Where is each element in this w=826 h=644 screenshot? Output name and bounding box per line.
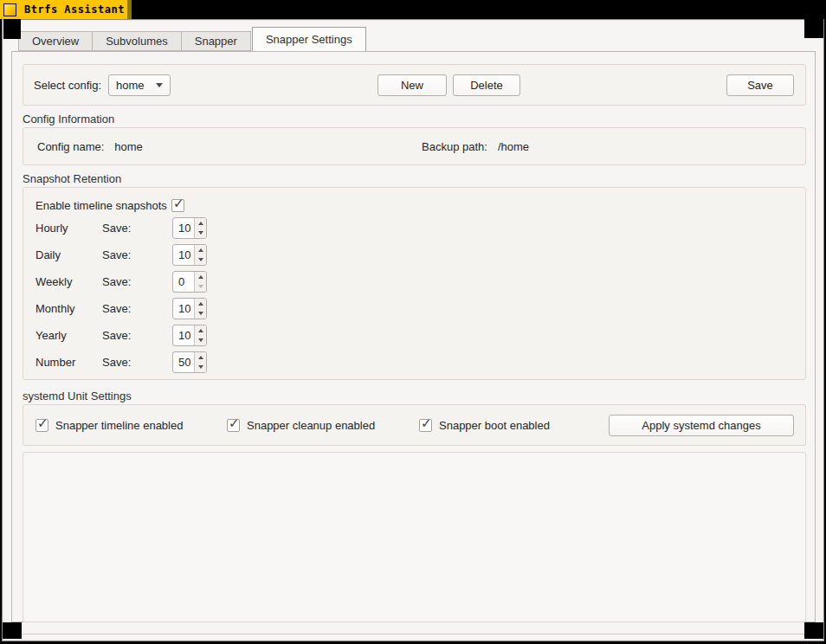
save-button[interactable]: Save xyxy=(726,74,794,96)
snapper-settings-panel: Select config: home New Delete Save Conf… xyxy=(11,51,816,622)
retention-row-daily: Daily Save: 10 xyxy=(23,244,805,266)
spin-up-icon[interactable] xyxy=(195,245,206,255)
tab-overview[interactable]: Overview xyxy=(18,31,93,51)
retention-row-weekly: Weekly Save: 0 xyxy=(23,271,805,293)
spin-down-icon[interactable] xyxy=(195,282,206,293)
hourly-save-spinbox[interactable]: 10 xyxy=(172,217,207,239)
snapshot-retention-title: Snapshot Retention xyxy=(23,172,121,186)
spin-up-icon[interactable] xyxy=(195,352,206,363)
yearly-save-spinbox[interactable]: 10 xyxy=(172,325,207,346)
daily-save-spinbox[interactable]: 10 xyxy=(172,244,207,266)
retention-row-number: Number Save: 50 xyxy=(23,351,805,373)
app-icon xyxy=(3,3,16,16)
spin-down-icon[interactable] xyxy=(195,309,206,319)
checkmark-icon: ✓ xyxy=(229,416,240,429)
spin-up-icon[interactable] xyxy=(195,272,206,282)
snapper-cleanup-label: Snapper cleanup enabled xyxy=(247,419,375,432)
spin-down-icon[interactable] xyxy=(195,255,206,266)
config-select[interactable]: home xyxy=(108,74,171,96)
window-decoration-top-left xyxy=(3,19,21,39)
apply-systemd-changes-button[interactable]: Apply systemd changes xyxy=(609,415,794,436)
systemd-settings-frame: ✓ Snapper timeline enabled ✓ Snapper cle… xyxy=(23,404,806,446)
app-window: Overview Subvolumes Snapper Snapper Sett… xyxy=(2,19,824,641)
config-name-value: home xyxy=(114,140,143,153)
backup-path-value: /home xyxy=(498,140,529,153)
config-name-label: Config name: xyxy=(37,140,104,153)
backup-path-label: Backup path: xyxy=(422,140,487,153)
retention-row-hourly: Hourly Save: 10 xyxy=(23,217,805,239)
spin-up-icon[interactable] xyxy=(195,299,206,309)
config-information-title: Config Information xyxy=(23,113,114,126)
monthly-save-spinbox[interactable]: 10 xyxy=(172,298,207,319)
snapper-boot-checkbox[interactable]: ✓ xyxy=(419,419,432,432)
enable-timeline-row: Enable timeline snapshots ✓ xyxy=(23,195,805,216)
spin-up-icon[interactable] xyxy=(195,218,206,229)
systemd-settings-title: systemd Unit Settings xyxy=(23,390,132,403)
config-information-frame: Config name: home Backup path: /home xyxy=(23,127,806,165)
window-decoration-bottom-left xyxy=(3,622,22,639)
snapper-cleanup-checkbox[interactable]: ✓ xyxy=(227,419,240,432)
snapper-timeline-label: Snapper timeline enabled xyxy=(55,419,183,432)
snapper-boot-enabled-group: ✓ Snapper boot enabled xyxy=(419,419,550,432)
checkmark-icon: ✓ xyxy=(421,416,432,429)
snapper-timeline-enabled-group: ✓ Snapper timeline enabled xyxy=(35,419,183,432)
checkmark-icon: ✓ xyxy=(37,416,48,429)
snapper-cleanup-enabled-group: ✓ Snapper cleanup enabled xyxy=(227,419,375,432)
config-selector-frame: Select config: home New Delete Save xyxy=(23,64,806,106)
enable-timeline-checkbox[interactable]: ✓ xyxy=(171,199,184,212)
tab-snapper[interactable]: Snapper xyxy=(182,31,251,51)
tab-snapper-settings[interactable]: Snapper Settings xyxy=(252,27,366,51)
select-config-label: Select config: xyxy=(34,79,101,92)
enable-timeline-label: Enable timeline snapshots xyxy=(35,199,167,212)
window-titlebar[interactable]: Btrfs Assistant xyxy=(0,0,132,19)
number-save-spinbox[interactable]: 50 xyxy=(172,351,207,373)
window-title: Btrfs Assistant xyxy=(24,3,125,16)
snapper-boot-label: Snapper boot enabled xyxy=(439,419,550,432)
config-select-value: home xyxy=(116,79,145,92)
spin-down-icon[interactable] xyxy=(195,229,206,239)
window-decoration-top-right xyxy=(804,19,823,38)
weekly-save-spinbox[interactable]: 0 xyxy=(172,271,207,293)
new-button[interactable]: New xyxy=(378,74,447,96)
spin-down-icon[interactable] xyxy=(195,336,206,346)
snapper-timeline-checkbox[interactable]: ✓ xyxy=(35,419,48,432)
output-frame xyxy=(23,452,806,622)
status-bar-divider xyxy=(3,634,823,634)
snapshot-retention-frame: Enable timeline snapshots ✓ Hourly Save:… xyxy=(23,187,806,380)
spin-up-icon[interactable] xyxy=(195,325,206,336)
chevron-down-icon xyxy=(156,83,163,87)
tab-bar: Overview Subvolumes Snapper Snapper Sett… xyxy=(18,27,366,51)
retention-row-monthly: Monthly Save: 10 xyxy=(23,298,805,319)
delete-button[interactable]: Delete xyxy=(453,74,520,96)
window-decoration-bottom-right xyxy=(804,622,823,639)
spin-down-icon[interactable] xyxy=(195,363,206,373)
checkmark-icon: ✓ xyxy=(173,196,184,209)
retention-row-yearly: Yearly Save: 10 xyxy=(23,325,805,346)
tab-subvolumes[interactable]: Subvolumes xyxy=(93,31,182,51)
